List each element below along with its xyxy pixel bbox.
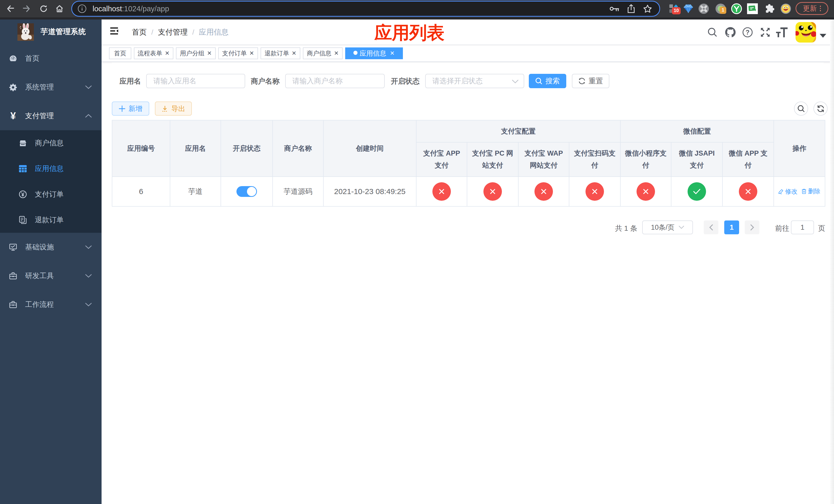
svg-text:?: ? (746, 29, 749, 36)
